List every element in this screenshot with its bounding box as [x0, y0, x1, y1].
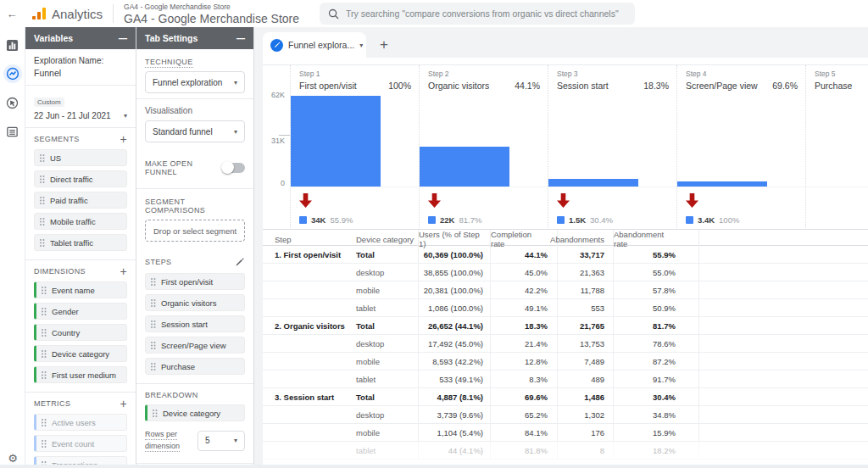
add-segment-icon[interactable]: +	[120, 135, 127, 143]
drag-handle-icon	[41, 307, 47, 316]
add-metric-icon[interactable]: +	[120, 399, 127, 408]
bottom-scroll-strip[interactable]	[0, 465, 868, 468]
table-row: mobile20,381 (100.0%)42.2%11,78857.8%	[263, 281, 868, 299]
cell-abandonments: 8	[557, 442, 613, 459]
cell-abandonment-rate: 15.9%	[613, 424, 699, 441]
funnel-plot-cell	[677, 94, 805, 187]
dimensions-list: Event name Gender Country Device categor…	[25, 281, 136, 383]
cell-device-category: desktop	[356, 406, 418, 423]
dimension-chip[interactable]: Country	[34, 324, 127, 341]
funnel-data-table: Step Device category Users (% of Step 1)…	[263, 229, 868, 460]
technique-select[interactable]: Funnel exploration ▾	[145, 71, 245, 93]
y-axis-tick-mark	[279, 135, 290, 136]
search-input[interactable]	[346, 8, 626, 19]
back-arrow-icon[interactable]: ←	[0, 8, 24, 20]
header-divider	[113, 4, 114, 23]
cell-abandonments: 1,486	[557, 388, 613, 405]
segment-drop-zone[interactable]: Drop or select segment	[145, 220, 245, 242]
nav-advertising[interactable]	[3, 93, 22, 112]
explore-icon	[6, 67, 19, 81]
property-title: GA4 - Google Merchandise Store	[124, 12, 299, 25]
dimension-chip-label: Device category	[52, 349, 109, 359]
cell-filler	[699, 442, 868, 459]
metric-chip[interactable]: Active users	[34, 414, 127, 431]
rows-per-dimension-select[interactable]: 5 ▾	[198, 431, 245, 451]
drag-handle-icon	[39, 196, 46, 205]
cell-step	[263, 281, 356, 298]
minimize-tab-settings-icon[interactable]: —	[236, 34, 245, 43]
property-breadcrumb: GA4 - Google Merchandise Store	[124, 3, 299, 11]
make-open-funnel-toggle[interactable]	[223, 163, 245, 173]
step-chip[interactable]: Purchase	[145, 358, 245, 375]
metrics-section: METRICS + Active users Event count Trans…	[25, 393, 136, 468]
step-chip[interactable]: First open/visit	[145, 273, 245, 290]
minimize-variables-icon[interactable]: —	[119, 34, 127, 43]
step-chip[interactable]: Organic visitors	[145, 294, 245, 311]
cell-device-category: desktop	[356, 335, 418, 352]
metric-chip-label: Event count	[52, 439, 94, 448]
cell-step	[263, 299, 356, 316]
step-number-label: Step 1	[299, 70, 411, 78]
funnel-bar[interactable]	[548, 179, 638, 187]
exploration-name-value[interactable]: Funnel	[34, 68, 127, 78]
top-header: ← Analytics GA4 - Google Merchandise Sto…	[0, 0, 868, 27]
add-tab-button[interactable]: +	[380, 36, 388, 58]
tab-funnel-exploration[interactable]: Funnel explora... ▾	[263, 32, 366, 58]
chevron-down-icon: ▾	[234, 79, 237, 86]
cell-abandonments: 1,302	[557, 406, 613, 423]
dimension-chip[interactable]: First user medium	[34, 366, 127, 383]
nav-reports[interactable]	[3, 36, 22, 54]
dimension-chip[interactable]: Device category	[34, 345, 127, 362]
segment-chip[interactable]: Paid traffic	[34, 192, 127, 209]
dimension-chip[interactable]: Event name	[34, 281, 127, 298]
add-dimension-icon[interactable]: +	[120, 267, 127, 276]
drag-handle-icon	[41, 349, 47, 359]
visualisation-select[interactable]: Standard funnel ▾	[145, 120, 245, 142]
cell-device-category: tablet	[356, 370, 418, 387]
date-range-value[interactable]: 22 Jun - 21 Jul 2021	[34, 111, 111, 120]
rows-per-dimension-label: Rows per dimension	[145, 430, 180, 452]
search-icon	[328, 8, 339, 20]
funnel-bar[interactable]	[677, 181, 767, 187]
gear-icon[interactable]: ⚙	[0, 452, 25, 465]
metric-chip[interactable]: Event count	[34, 435, 127, 452]
cell-step	[263, 442, 356, 459]
advertising-icon	[6, 97, 19, 109]
property-block[interactable]: GA4 - Google Merchandise Store GA4 - Goo…	[124, 3, 299, 25]
abandonment-annotation: 22K 81.7%	[420, 187, 548, 230]
step-chip[interactable]: Session start	[145, 315, 245, 332]
nav-library[interactable]	[3, 122, 22, 141]
drag-handle-icon	[39, 238, 46, 248]
segment-chip[interactable]: US	[34, 149, 127, 166]
funnel-step-column: Step 2 Organic visitors 44.1% 22K 81.7%	[419, 65, 548, 230]
cell-abandonment-rate: 34.8%	[613, 406, 699, 423]
cell-abandonment-rate: 91.7%	[613, 370, 699, 387]
search-bar[interactable]	[320, 3, 635, 25]
cell-users: 44 (4.1%)	[418, 442, 490, 459]
date-range-block[interactable]: Custom 22 Jun - 21 Jul 2021 ▾	[25, 86, 136, 127]
edit-steps-pencil-icon[interactable]	[235, 257, 245, 267]
funnel-step-column: Step 5 Purchase	[805, 65, 868, 230]
dimension-chip[interactable]: Gender	[34, 303, 127, 320]
step-chip[interactable]: Screen/Page view	[145, 337, 245, 354]
funnel-bar[interactable]	[291, 96, 381, 187]
cell-users: 17,492 (45.0%)	[418, 335, 490, 352]
cell-users: 38,855 (100.0%)	[418, 264, 490, 281]
cell-completion-rate: 18.3%	[490, 317, 557, 334]
nav-explore[interactable]	[3, 64, 22, 83]
exploration-name-block[interactable]: Exploration Name: Funnel	[25, 49, 136, 85]
funnel-bar[interactable]	[420, 147, 509, 187]
segment-chip[interactable]: Tablet traffic	[34, 234, 127, 251]
cell-abandonments: 33,717	[557, 246, 613, 263]
drag-handle-icon	[150, 298, 157, 308]
funnel-tab-pencil-icon	[270, 39, 283, 52]
segment-chip[interactable]: Direct traffic	[34, 170, 127, 187]
table-row: 2. Organic visitorsTotal26,652 (44.1%)18…	[263, 317, 868, 335]
cell-completion-rate: 49.1%	[490, 299, 557, 316]
segment-chip[interactable]: Mobile traffic	[34, 213, 127, 230]
cell-device-category: Total	[356, 246, 418, 263]
cell-completion-rate: 69.6%	[490, 388, 557, 405]
table-body: 1. First open/visitTotal60,369 (100.0%)4…	[263, 246, 868, 460]
legend-color-swatch	[428, 216, 436, 224]
breakdown-chip[interactable]: Device category	[145, 404, 245, 421]
